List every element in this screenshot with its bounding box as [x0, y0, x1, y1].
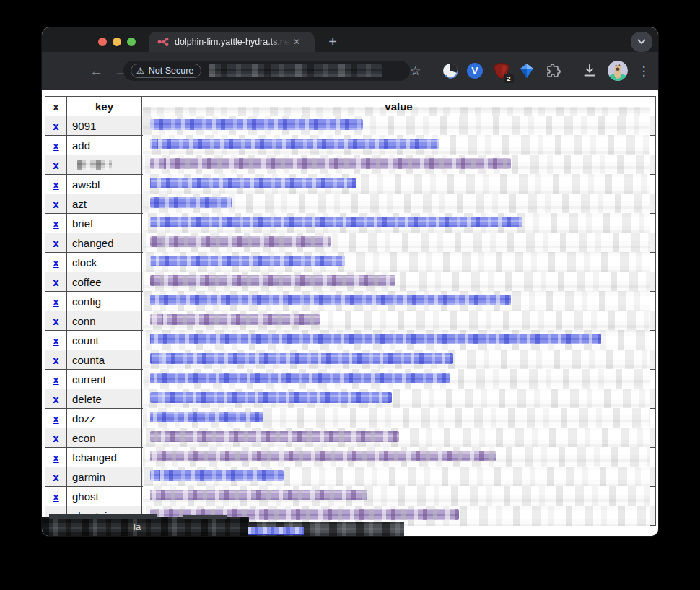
key-cell: counta	[67, 350, 142, 370]
delete-row-link[interactable]: x	[53, 393, 58, 405]
downloads-button[interactable]	[581, 62, 598, 79]
table-row: xadd	[45, 136, 656, 155]
key-cell: delete	[67, 389, 142, 409]
delete-row-link[interactable]: x	[53, 276, 58, 288]
extension-v-icon[interactable]: V	[465, 61, 484, 80]
column-header-value: value	[142, 97, 656, 116]
network-graph-favicon-icon	[157, 36, 169, 48]
delete-cell: x	[45, 370, 67, 389]
extension-shield-icon[interactable]: 2	[492, 61, 511, 80]
redacted-value-noise	[143, 135, 650, 155]
bookmark-star-icon[interactable]: ☆	[410, 64, 421, 79]
table-row: xchanged	[45, 233, 656, 253]
redacted-url	[209, 64, 382, 77]
delete-row-link[interactable]: x	[53, 159, 58, 171]
close-window-button[interactable]	[98, 38, 107, 46]
toolbar-divider	[569, 64, 569, 78]
chevron-down-icon	[637, 39, 646, 45]
delete-cell: x	[45, 214, 67, 233]
table-row: xbrief	[45, 214, 656, 233]
key-cell: changed	[67, 233, 142, 253]
profile-avatar[interactable]	[608, 61, 628, 81]
redacted-value-noise	[143, 213, 650, 233]
value-cell	[142, 428, 656, 448]
extension-gem-icon[interactable]	[517, 61, 536, 80]
redacted-value-link	[150, 178, 356, 188]
not-secure-chip[interactable]: ⚠ Not Secure	[131, 64, 201, 78]
tab-strip: dolphin-lim.yattle-hydra.ts.ne ✕ +	[42, 27, 658, 52]
delete-cell: x	[45, 467, 67, 487]
key-cell: awsbl	[67, 175, 142, 194]
redacted-value-link	[150, 412, 263, 422]
column-header-x: x	[45, 97, 67, 116]
delete-row-link[interactable]: x	[53, 198, 58, 210]
redacted-value-link	[150, 373, 450, 383]
delete-row-link[interactable]: x	[53, 256, 58, 269]
delete-row-link[interactable]: x	[53, 334, 58, 347]
delete-row-link[interactable]: x	[53, 295, 58, 308]
delete-row-link[interactable]: x	[53, 120, 58, 132]
value-cell	[142, 214, 656, 233]
value-cell	[142, 409, 656, 428]
delete-row-link[interactable]: x	[53, 217, 58, 230]
table-header-row: x key value	[45, 97, 656, 116]
redacted-value-noise	[143, 350, 650, 370]
delete-row-link[interactable]: x	[53, 178, 58, 191]
table-row: xconn	[45, 311, 656, 331]
delete-row-link[interactable]: x	[53, 354, 58, 366]
delete-cell: x	[45, 233, 67, 253]
tab-search-button[interactable]	[631, 32, 652, 52]
browser-menu-icon[interactable]: ⋮	[636, 64, 651, 79]
table-row: xdelete	[45, 389, 656, 409]
key-cell: conn	[67, 311, 142, 331]
delete-row-link[interactable]: x	[53, 237, 58, 249]
redacted-value-noise	[143, 428, 650, 448]
delete-row-link[interactable]: x	[53, 315, 58, 327]
delete-row-link[interactable]: x	[53, 432, 58, 444]
delete-row-link[interactable]: x	[53, 373, 58, 386]
delete-row-link[interactable]: x	[53, 451, 58, 464]
table-row: xcount	[45, 331, 656, 350]
value-cell	[142, 194, 656, 214]
security-label: Not Secure	[149, 66, 194, 76]
delete-cell: x	[45, 331, 67, 350]
value-cell	[142, 136, 656, 155]
tab-close-icon[interactable]: ✕	[293, 38, 300, 46]
delete-row-link[interactable]: x	[53, 490, 58, 503]
status-bar-text-fragment: la	[134, 521, 141, 532]
delete-row-link[interactable]: x	[53, 471, 58, 483]
delete-row-link[interactable]: x	[53, 412, 58, 425]
new-tab-button[interactable]: +	[323, 32, 342, 51]
redacted-value-link	[150, 256, 345, 266]
key-cell: clock	[67, 253, 142, 272]
table-row: xgarmin	[45, 467, 656, 487]
redacted-status-bar	[49, 514, 157, 519]
browser-tab[interactable]: dolphin-lim.yattle-hydra.ts.ne ✕	[149, 32, 315, 52]
redacted-value-noise	[143, 155, 650, 175]
delete-cell: x	[45, 155, 67, 175]
value-cell	[142, 272, 656, 292]
minimize-window-button[interactable]	[113, 38, 121, 46]
key-cell: econ	[67, 428, 142, 448]
delete-row-link[interactable]: x	[53, 139, 58, 152]
value-cell	[142, 448, 656, 467]
value-cell	[142, 253, 656, 272]
value-cell	[142, 233, 656, 253]
table-row: xclock	[45, 253, 656, 272]
address-bar[interactable]: ⚠ Not Secure	[123, 61, 410, 81]
redacted-value-link	[150, 295, 511, 305]
table-row: xcoffee	[45, 272, 656, 292]
extensions-puzzle-icon[interactable]	[544, 61, 563, 80]
redacted-value-link	[150, 314, 320, 325]
delete-cell: x	[45, 136, 67, 155]
extension-clock-icon[interactable]	[441, 61, 460, 80]
value-cell	[142, 116, 656, 136]
table-row: xcounta	[45, 350, 656, 370]
back-button[interactable]: ←	[89, 64, 103, 78]
table-row: xawsbl	[45, 175, 656, 194]
redacted-value-link	[150, 119, 363, 130]
redacted-value-link	[150, 139, 439, 149]
browser-toolbar: ← → ↻ ⚠ Not Secure ☆ V	[42, 52, 658, 90]
zoom-window-button[interactable]	[127, 38, 136, 46]
key-cell: current	[67, 370, 142, 389]
